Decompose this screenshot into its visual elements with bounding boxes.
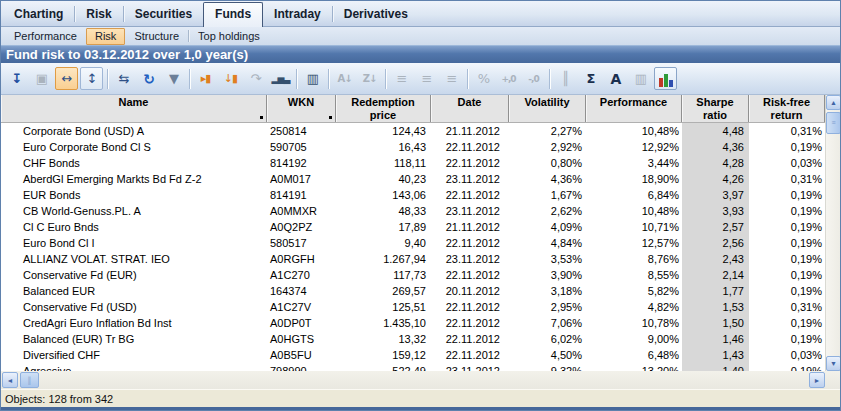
sort-ascending-icon: A↓ [333, 67, 356, 90]
toolbar-separator [296, 69, 297, 89]
cell-performance: 13,20% [586, 363, 682, 371]
horizontal-scrollbar[interactable]: ◄ ║ ► [1, 371, 840, 389]
cell-performance: 8,76% [586, 251, 682, 267]
scroll-down-button[interactable]: ▼ [826, 356, 841, 371]
cell-price: 1.435,10 [336, 315, 431, 331]
add-decimal-icon: +,0 [497, 67, 520, 90]
tab-structure[interactable]: Structure [125, 28, 188, 45]
font-icon[interactable]: A [604, 67, 627, 90]
remove-decimal-icon: -,0 [522, 67, 545, 90]
column-chart-icon[interactable] [654, 67, 677, 90]
tab-charting[interactable]: Charting [3, 3, 74, 26]
cell-name: CB World-Genuss.PL. A [1, 203, 267, 219]
cell-price: 118,11 [336, 155, 431, 171]
column-header-price[interactable]: Redemption price [336, 95, 431, 122]
filter-icon[interactable]: ▼ [162, 67, 185, 90]
horizontal-scroll-thumb[interactable]: ║ [20, 372, 39, 388]
table-row[interactable]: Cl C Euro BndsA0Q2PZ17,8921.11.20124,09%… [1, 219, 825, 235]
cell-performance: 4,82% [586, 299, 682, 315]
cell-volatility: 9,32% [509, 363, 586, 371]
tab-performance[interactable]: Performance [5, 28, 86, 45]
table-row[interactable]: Agressive798990522,4923.11.20129,32%13,2… [1, 363, 825, 371]
column-header-sharpe[interactable]: Sharpe ratio [682, 95, 749, 122]
tab-funds[interactable]: Funds [203, 2, 263, 27]
table-row[interactable]: ALLIANZ VOLAT. STRAT. IEOA0RGFH1.267,942… [1, 251, 825, 267]
insert-row-icon[interactable]: ↓▮ [219, 67, 242, 90]
table-row[interactable]: Diversified CHFA0B5FU159,1222.11.20124,5… [1, 347, 825, 363]
table-row[interactable]: Corporate Bond (USD) A250814124,4321.11.… [1, 123, 825, 139]
cell-wkn: A0Q2PZ [267, 219, 336, 235]
table-row[interactable]: Euro Corporate Bond Cl S59070516,4322.11… [1, 139, 825, 155]
table-row[interactable]: Balanced EUR164374269,5720.11.20123,18%5… [1, 283, 825, 299]
table-row[interactable]: Conservative Fd (EUR)A1C270117,7322.11.2… [1, 267, 825, 283]
cell-sharpe: 2,14 [682, 267, 749, 283]
cell-date: 22.11.2012 [431, 139, 509, 155]
cell-date: 20.11.2012 [431, 283, 509, 299]
sum-icon[interactable]: Σ [579, 67, 602, 90]
scroll-left-button[interactable]: ◄ [2, 372, 18, 388]
vertical-scrollbar[interactable]: ▲ ≡ ▼ [825, 95, 840, 371]
cell-price: 13,32 [336, 331, 431, 347]
cell-sharpe: 4,26 [682, 171, 749, 187]
column-width-icon[interactable]: ⇆ [112, 67, 135, 90]
fit-width-icon[interactable]: ↔ [55, 67, 78, 90]
vertical-scroll-thumb[interactable]: ≡ [826, 112, 841, 134]
table-row[interactable]: AberdGl Emerging Markts Bd Fd Z-2A0M0174… [1, 171, 825, 187]
cell-riskfree: 0,19% [749, 187, 825, 203]
scroll-up-button[interactable]: ▲ [826, 95, 841, 110]
cell-performance: 5,82% [586, 283, 682, 299]
table-row[interactable]: Euro Bond Cl I5805179,4022.11.20124,84%1… [1, 235, 825, 251]
tab-securities[interactable]: Securities [124, 3, 203, 26]
cell-date: 21.11.2012 [431, 123, 509, 139]
align-left-icon: ≡ [390, 67, 413, 90]
cell-performance: 12,92% [586, 139, 682, 155]
cell-riskfree: 0,31% [749, 123, 825, 139]
undo-icon: ↷ [244, 67, 267, 90]
select-columns-icon[interactable]: ▥ [301, 67, 324, 90]
refresh-icon[interactable]: ↻ [137, 67, 160, 90]
scrollbar-corner [825, 372, 840, 388]
table-row[interactable]: Conservative Fd (USD)A1C27V125,5122.11.2… [1, 299, 825, 315]
cell-wkn: A0MMXR [267, 203, 336, 219]
column-header-date[interactable]: Date [431, 95, 509, 122]
scroll-right-button[interactable]: ► [809, 372, 825, 388]
table-row[interactable]: CHF Bonds814192118,1122.11.20120,80%3,44… [1, 155, 825, 171]
table-body: Corporate Bond (USD) A250814124,4321.11.… [1, 123, 825, 371]
insert-column-icon[interactable]: ▸▮ [194, 67, 217, 90]
cell-riskfree: 0,19% [749, 251, 825, 267]
cell-sharpe: 4,28 [682, 155, 749, 171]
cell-sharpe: 1,43 [682, 347, 749, 363]
cell-wkn: 798990 [267, 363, 336, 371]
cell-sharpe: 1,77 [682, 283, 749, 299]
column-header-name[interactable]: Name [1, 95, 267, 122]
column-header-volatility[interactable]: Volatility [509, 95, 586, 122]
tab-risk[interactable]: Risk [75, 3, 122, 26]
table-row[interactable]: EUR Bonds814191143,0622.11.20121,67%6,84… [1, 187, 825, 203]
cell-sharpe: 1,50 [682, 315, 749, 331]
cell-wkn: A1C27V [267, 299, 336, 315]
cell-wkn: 164374 [267, 283, 336, 299]
cell-name: Agressive [1, 363, 267, 371]
tab-derivatives[interactable]: Derivatives [333, 3, 419, 26]
table-row[interactable]: CB World-Genuss.PL. AA0MMXR48,3323.11.20… [1, 203, 825, 219]
toolbar-separator [385, 69, 386, 89]
cell-riskfree: 0,31% [749, 171, 825, 187]
table-row[interactable]: Balanced (EUR) Tr BGA0HGTS13,3222.11.201… [1, 331, 825, 347]
cell-riskfree: 0,31% [749, 299, 825, 315]
chart-options-icon[interactable]: ▂▅▃ [269, 67, 292, 90]
table-row[interactable]: CredAgri Euro Inflation Bd InstA0DP0T1.4… [1, 315, 825, 331]
cell-wkn: A0HGTS [267, 331, 336, 347]
column-header-riskfree[interactable]: Risk-free return [749, 95, 825, 122]
tab-risk[interactable]: Risk [86, 28, 125, 45]
tab-intraday[interactable]: Intraday [263, 3, 332, 26]
cell-price: 124,43 [336, 123, 431, 139]
column-header-performance[interactable]: Performance [586, 95, 682, 122]
cell-date: 23.11.2012 [431, 363, 509, 371]
column-header-wkn[interactable]: WKN [267, 95, 336, 122]
pin-columns-icon: ║ [554, 67, 577, 90]
cell-volatility: 4,36% [509, 171, 586, 187]
tab-top-holdings[interactable]: Top holdings [189, 28, 269, 45]
import-data-icon[interactable]: ↧ [5, 67, 28, 90]
fit-height-icon[interactable]: ↕ [80, 67, 103, 90]
toolbar-separator [189, 69, 190, 89]
